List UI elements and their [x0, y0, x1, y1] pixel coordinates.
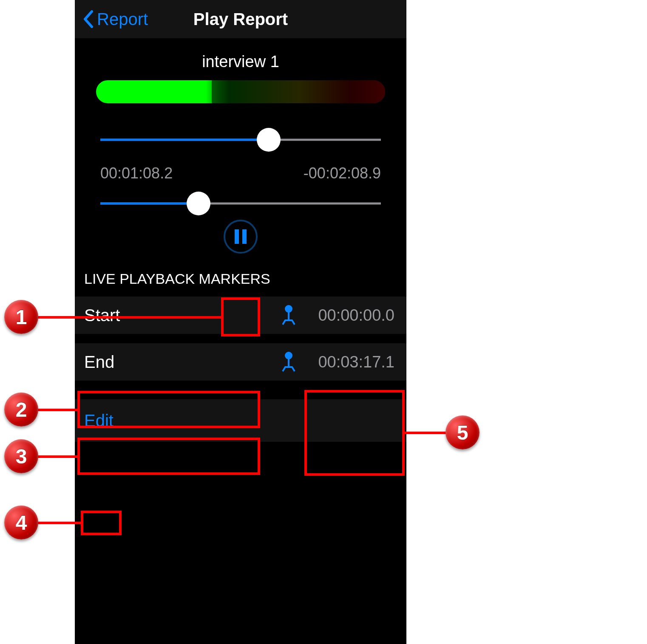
annotation-number: 4 [4, 506, 38, 539]
edit-row: Edit [75, 399, 406, 442]
content-area: interview 1 00:01:08.2 -00:02:08.9 LIVE … [75, 38, 406, 442]
annotation-callout-3: 3 [4, 439, 38, 473]
annotation-number: 1 [4, 300, 38, 334]
marker-end-label: End [84, 353, 278, 372]
slider-fill [100, 203, 199, 205]
annotation-callout-1: 1 [4, 300, 38, 334]
annotation-number: 5 [446, 415, 480, 449]
marker-start-label: Start [84, 306, 278, 325]
volume-slider[interactable] [100, 128, 381, 152]
slider-fill [100, 139, 269, 141]
page-title: Play Report [193, 10, 288, 29]
annotation-callout-5: 5 [446, 415, 480, 449]
marker-start-time: 00:00:00.0 [299, 306, 397, 325]
chevron-left-icon [82, 10, 94, 28]
svg-point-0 [285, 305, 292, 313]
edit-button[interactable]: Edit [84, 411, 114, 430]
annotation-connector-5 [405, 432, 447, 434]
annotation-connector-2 [37, 409, 77, 411]
annotation-connector-4 [37, 522, 81, 524]
markers-header: LIVE PLAYBACK MARKERS [75, 254, 406, 297]
marker-pin-icon [280, 305, 297, 325]
time-row: 00:01:08.2 -00:02:08.9 [100, 164, 381, 182]
marker-row-end[interactable]: End 00:03:17.1 [75, 343, 406, 381]
vu-meter [96, 80, 385, 103]
navigation-bar: Report Play Report [75, 0, 406, 38]
marker-list: Start 00:00:00.0 End [75, 297, 406, 381]
phone-screen: Report Play Report interview 1 00:01:08.… [75, 0, 406, 644]
vu-meter-inactive [212, 80, 385, 103]
annotation-callout-2: 2 [4, 393, 38, 427]
back-button[interactable]: Report [75, 10, 148, 29]
annotation-number: 2 [4, 393, 38, 427]
marker-pin-icon [280, 352, 297, 372]
annotation-connector-3 [37, 455, 77, 458]
annotation-callout-4: 4 [4, 506, 38, 539]
svg-point-2 [285, 352, 292, 359]
back-label: Report [97, 10, 148, 29]
pause-button[interactable] [224, 220, 258, 254]
pause-icon [235, 229, 247, 244]
scrub-slider[interactable] [100, 192, 381, 215]
slider-thumb[interactable] [257, 128, 281, 152]
clip-title: interview 1 [75, 38, 406, 80]
marker-row-start[interactable]: Start 00:00:00.0 [75, 297, 406, 334]
time-elapsed: 00:01:08.2 [100, 164, 173, 182]
marker-end-time: 00:03:17.1 [299, 353, 397, 371]
slider-thumb[interactable] [187, 192, 210, 215]
annotation-number: 3 [4, 439, 38, 473]
time-remaining: -00:02:08.9 [304, 164, 381, 182]
